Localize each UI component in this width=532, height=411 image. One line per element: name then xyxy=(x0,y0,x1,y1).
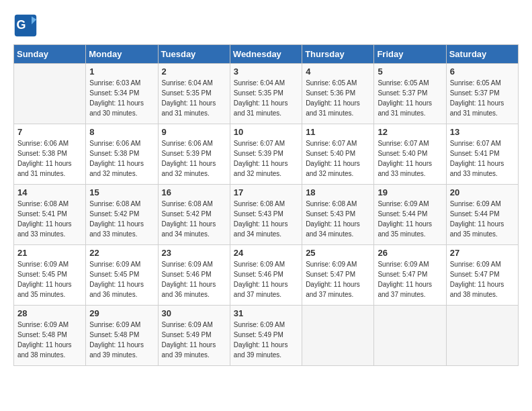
cell-2-1: 15Sunrise: 6:08 AMSunset: 5:42 PMDayligh… xyxy=(86,185,158,245)
calendar-table: SundayMondayTuesdayWednesdayThursdayFrid… xyxy=(13,44,519,366)
cell-3-1: 22Sunrise: 6:09 AMSunset: 5:45 PMDayligh… xyxy=(86,245,158,306)
cell-4-5 xyxy=(374,306,446,366)
week-row-3: 14Sunrise: 6:08 AMSunset: 5:41 PMDayligh… xyxy=(14,185,519,245)
week-row-5: 28Sunrise: 6:09 AMSunset: 5:48 PMDayligh… xyxy=(14,306,519,366)
header-friday: Friday xyxy=(374,45,446,64)
cell-4-3: 31Sunrise: 6:09 AMSunset: 5:49 PMDayligh… xyxy=(230,306,302,366)
day-number: 11 xyxy=(306,127,370,137)
day-info: Sunrise: 6:05 AMSunset: 5:37 PMDaylight:… xyxy=(378,78,442,118)
cell-2-4: 18Sunrise: 6:08 AMSunset: 5:43 PMDayligh… xyxy=(302,185,374,245)
day-number: 7 xyxy=(17,127,82,137)
day-number: 6 xyxy=(450,66,515,77)
cell-1-0: 7Sunrise: 6:06 AMSunset: 5:38 PMDaylight… xyxy=(14,124,86,185)
day-info: Sunrise: 6:09 AMSunset: 5:46 PMDaylight:… xyxy=(234,259,298,300)
day-number: 31 xyxy=(234,308,298,318)
cell-4-2: 30Sunrise: 6:09 AMSunset: 5:49 PMDayligh… xyxy=(158,306,230,366)
cell-0-3: 3Sunrise: 6:04 AMSunset: 5:35 PMDaylight… xyxy=(230,64,302,124)
day-number: 2 xyxy=(162,66,226,77)
day-info: Sunrise: 6:09 AMSunset: 5:49 PMDaylight:… xyxy=(162,320,226,360)
day-number: 25 xyxy=(306,248,370,258)
day-number: 13 xyxy=(450,127,515,137)
day-info: Sunrise: 6:05 AMSunset: 5:37 PMDaylight:… xyxy=(450,78,515,118)
day-info: Sunrise: 6:09 AMSunset: 5:48 PMDaylight:… xyxy=(89,320,154,360)
day-number: 23 xyxy=(162,248,226,258)
day-info: Sunrise: 6:08 AMSunset: 5:42 PMDaylight:… xyxy=(162,199,226,239)
day-number: 19 xyxy=(378,187,442,197)
header: G xyxy=(13,13,519,38)
cell-2-6: 20Sunrise: 6:09 AMSunset: 5:44 PMDayligh… xyxy=(446,185,518,245)
header-wednesday: Wednesday xyxy=(230,45,302,64)
cell-1-5: 12Sunrise: 6:07 AMSunset: 5:40 PMDayligh… xyxy=(374,124,446,185)
day-info: Sunrise: 6:07 AMSunset: 5:41 PMDaylight:… xyxy=(450,138,515,179)
day-info: Sunrise: 6:09 AMSunset: 5:46 PMDaylight:… xyxy=(162,259,226,300)
day-number: 29 xyxy=(89,308,154,318)
cell-3-5: 26Sunrise: 6:09 AMSunset: 5:47 PMDayligh… xyxy=(374,245,446,306)
header-monday: Monday xyxy=(86,45,158,64)
cell-3-6: 27Sunrise: 6:09 AMSunset: 5:47 PMDayligh… xyxy=(446,245,518,306)
cell-3-0: 21Sunrise: 6:09 AMSunset: 5:45 PMDayligh… xyxy=(14,245,86,306)
cell-0-6: 6Sunrise: 6:05 AMSunset: 5:37 PMDaylight… xyxy=(446,64,518,124)
cell-1-4: 11Sunrise: 6:07 AMSunset: 5:40 PMDayligh… xyxy=(302,124,374,185)
day-info: Sunrise: 6:08 AMSunset: 5:43 PMDaylight:… xyxy=(234,199,298,239)
cell-0-0 xyxy=(14,64,86,124)
cell-3-2: 23Sunrise: 6:09 AMSunset: 5:46 PMDayligh… xyxy=(158,245,230,306)
day-info: Sunrise: 6:06 AMSunset: 5:38 PMDaylight:… xyxy=(89,138,154,179)
day-info: Sunrise: 6:03 AMSunset: 5:34 PMDaylight:… xyxy=(89,78,154,118)
week-row-1: 1Sunrise: 6:03 AMSunset: 5:34 PMDaylight… xyxy=(14,64,519,124)
day-info: Sunrise: 6:05 AMSunset: 5:36 PMDaylight:… xyxy=(306,78,370,118)
day-number: 14 xyxy=(17,187,82,197)
day-number: 5 xyxy=(378,66,442,77)
cell-2-5: 19Sunrise: 6:09 AMSunset: 5:44 PMDayligh… xyxy=(374,185,446,245)
day-info: Sunrise: 6:09 AMSunset: 5:44 PMDaylight:… xyxy=(378,199,442,239)
day-number: 17 xyxy=(234,187,298,197)
cell-4-4 xyxy=(302,306,374,366)
day-info: Sunrise: 6:08 AMSunset: 5:43 PMDaylight:… xyxy=(306,199,370,239)
cell-2-2: 16Sunrise: 6:08 AMSunset: 5:42 PMDayligh… xyxy=(158,185,230,245)
cell-0-1: 1Sunrise: 6:03 AMSunset: 5:34 PMDaylight… xyxy=(86,64,158,124)
day-number: 4 xyxy=(306,66,370,77)
day-number: 1 xyxy=(89,66,154,77)
svg-text:G: G xyxy=(17,18,26,32)
day-info: Sunrise: 6:06 AMSunset: 5:39 PMDaylight:… xyxy=(162,138,226,179)
day-number: 28 xyxy=(17,308,82,318)
logo: G xyxy=(13,13,40,38)
header-saturday: Saturday xyxy=(446,45,518,64)
week-row-4: 21Sunrise: 6:09 AMSunset: 5:45 PMDayligh… xyxy=(14,245,519,306)
day-info: Sunrise: 6:09 AMSunset: 5:45 PMDaylight:… xyxy=(89,259,154,300)
day-info: Sunrise: 6:09 AMSunset: 5:47 PMDaylight:… xyxy=(450,259,515,300)
day-number: 30 xyxy=(162,308,226,318)
cell-1-3: 10Sunrise: 6:07 AMSunset: 5:39 PMDayligh… xyxy=(230,124,302,185)
week-row-2: 7Sunrise: 6:06 AMSunset: 5:38 PMDaylight… xyxy=(14,124,519,185)
day-info: Sunrise: 6:07 AMSunset: 5:40 PMDaylight:… xyxy=(306,138,370,179)
day-number: 21 xyxy=(17,248,82,258)
day-number: 9 xyxy=(162,127,226,137)
cell-4-6 xyxy=(446,306,518,366)
day-info: Sunrise: 6:09 AMSunset: 5:44 PMDaylight:… xyxy=(450,199,515,239)
cell-4-1: 29Sunrise: 6:09 AMSunset: 5:48 PMDayligh… xyxy=(86,306,158,366)
day-info: Sunrise: 6:09 AMSunset: 5:49 PMDaylight:… xyxy=(234,320,298,360)
day-number: 12 xyxy=(378,127,442,137)
day-number: 3 xyxy=(234,66,298,77)
day-info: Sunrise: 6:08 AMSunset: 5:41 PMDaylight:… xyxy=(17,199,82,239)
day-info: Sunrise: 6:09 AMSunset: 5:47 PMDaylight:… xyxy=(306,259,370,300)
day-info: Sunrise: 6:08 AMSunset: 5:42 PMDaylight:… xyxy=(89,199,154,239)
day-number: 22 xyxy=(89,248,154,258)
day-number: 16 xyxy=(162,187,226,197)
day-number: 10 xyxy=(234,127,298,137)
cell-4-0: 28Sunrise: 6:09 AMSunset: 5:48 PMDayligh… xyxy=(14,306,86,366)
header-thursday: Thursday xyxy=(302,45,374,64)
cell-3-4: 25Sunrise: 6:09 AMSunset: 5:47 PMDayligh… xyxy=(302,245,374,306)
cell-2-3: 17Sunrise: 6:08 AMSunset: 5:43 PMDayligh… xyxy=(230,185,302,245)
cell-1-2: 9Sunrise: 6:06 AMSunset: 5:39 PMDaylight… xyxy=(158,124,230,185)
day-number: 18 xyxy=(306,187,370,197)
day-number: 27 xyxy=(450,248,515,258)
logo-icon: G xyxy=(13,13,38,38)
cell-0-4: 4Sunrise: 6:05 AMSunset: 5:36 PMDaylight… xyxy=(302,64,374,124)
day-info: Sunrise: 6:06 AMSunset: 5:38 PMDaylight:… xyxy=(17,138,82,179)
cell-1-6: 13Sunrise: 6:07 AMSunset: 5:41 PMDayligh… xyxy=(446,124,518,185)
day-info: Sunrise: 6:04 AMSunset: 5:35 PMDaylight:… xyxy=(234,78,298,118)
day-info: Sunrise: 6:07 AMSunset: 5:39 PMDaylight:… xyxy=(234,138,298,179)
day-info: Sunrise: 6:07 AMSunset: 5:40 PMDaylight:… xyxy=(378,138,442,179)
cell-0-5: 5Sunrise: 6:05 AMSunset: 5:37 PMDaylight… xyxy=(374,64,446,124)
day-info: Sunrise: 6:04 AMSunset: 5:35 PMDaylight:… xyxy=(162,78,226,118)
